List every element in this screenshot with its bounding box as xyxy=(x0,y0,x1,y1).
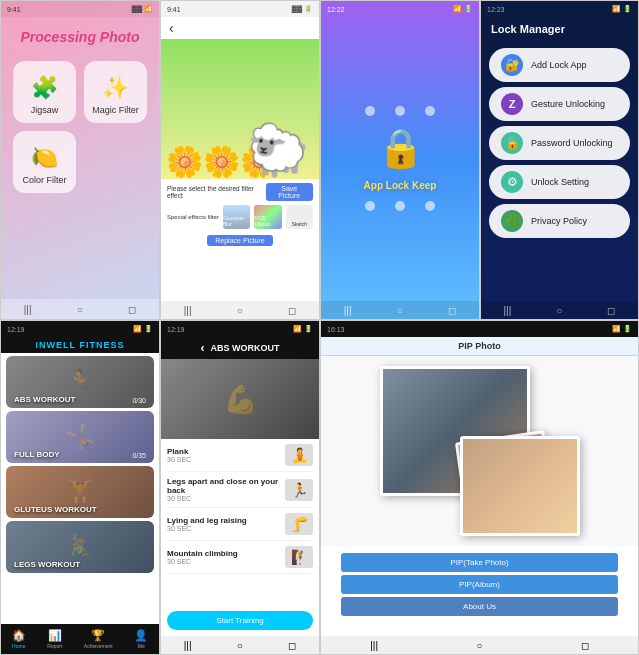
report-icon: 📊 xyxy=(48,629,62,642)
abs-workout-header: ‹ ABS WORKOUT xyxy=(161,337,319,359)
time-5: 12:19 xyxy=(7,326,25,333)
time-3: 12:22 xyxy=(327,6,345,13)
menu-privacy[interactable]: 🌿 Privacy Policy xyxy=(489,204,630,238)
nav-back-1[interactable]: ||| xyxy=(24,304,32,315)
rgb-dilation-thumb[interactable]: RGB Dilation xyxy=(254,205,281,229)
report-label: Report xyxy=(47,643,62,649)
nav-achievement-fitness[interactable]: 🏆 Achievement xyxy=(84,629,113,649)
plank-time: 30 SEC xyxy=(167,456,279,463)
menu-password[interactable]: 🔓 Password Unlocking xyxy=(489,126,630,160)
dot-3 xyxy=(425,106,435,116)
nav-recent-7[interactable]: ◻ xyxy=(581,640,589,651)
abs-title: ABS WORKOUT xyxy=(211,343,280,353)
gaussian-blur-thumb[interactable]: Gaussian Blur xyxy=(223,205,250,229)
start-training-button[interactable]: Start Training xyxy=(167,611,313,630)
nav-home-4[interactable]: ○ xyxy=(556,305,562,316)
add-lock-label: Add Lock App xyxy=(531,60,587,70)
legs-card[interactable]: 🚴 LEGS WORKOUT xyxy=(6,521,154,573)
add-lock-icon: 🔐 xyxy=(501,54,523,76)
nav-back-3[interactable]: ||| xyxy=(344,305,352,316)
magic-filter-card[interactable]: ✨ Magic Filter xyxy=(84,61,147,123)
replace-picture-button[interactable]: Replace Picture xyxy=(207,235,272,246)
nav-home-6[interactable]: ○ xyxy=(237,640,243,651)
legs-apart-time: 30 SEC xyxy=(167,495,279,502)
plank-thumb: 🧘 xyxy=(285,444,313,466)
filter-row: Special effects filter Gaussian Blur RGB… xyxy=(161,203,319,231)
plank-name: Plank xyxy=(167,447,279,456)
menu-add-lock[interactable]: 🔐 Add Lock App xyxy=(489,48,630,82)
nav-recent-1[interactable]: ◻ xyxy=(128,304,136,315)
back-arrow-2[interactable]: ‹ xyxy=(169,20,174,36)
filter-panel: Please select the desired filter effect … xyxy=(161,179,319,246)
sketch-thumb[interactable]: Sketch xyxy=(286,205,313,229)
bottom-nav-5: 🏠 Home 📊 Report 🏆 Achievement 👤 Me xyxy=(1,624,159,654)
nav-back-4[interactable]: ||| xyxy=(504,305,512,316)
dots-bottom xyxy=(365,201,435,211)
jigsaw-card[interactable]: 🧩 Jigsaw xyxy=(13,61,76,123)
dot-1 xyxy=(365,106,375,116)
full-body-card[interactable]: 🤸 FULL BODY 0/35 xyxy=(6,411,154,463)
home-icon: 🏠 xyxy=(12,629,26,642)
color-filter-card[interactable]: 🍋 Color Filter xyxy=(13,131,76,193)
lying-name: Lying and leg raising xyxy=(167,516,279,525)
nav-recent-2[interactable]: ◻ xyxy=(288,305,296,316)
time-6: 12:19 xyxy=(167,326,185,333)
signal-3: 📶 🔋 xyxy=(453,5,473,13)
privacy-icon: 🌿 xyxy=(501,210,523,232)
mountain-name: Mountain climbing xyxy=(167,549,279,558)
nav-home-7[interactable]: ○ xyxy=(476,640,482,651)
nav-bar-1: ||| ○ ◻ xyxy=(1,299,159,319)
pip-album-button[interactable]: PIP(Album) xyxy=(341,575,618,594)
exercise-legs-apart[interactable]: Legs apart and close on your back 30 SEC… xyxy=(167,472,313,508)
dot-5 xyxy=(395,201,405,211)
nav-back-6[interactable]: ||| xyxy=(184,640,192,651)
back-abs[interactable]: ‹ xyxy=(201,341,205,355)
dot-6 xyxy=(425,201,435,211)
pip-take-photo-button[interactable]: PIP(Take Photo) xyxy=(341,553,618,572)
nav-recent-6[interactable]: ◻ xyxy=(288,640,296,651)
nav-home-3[interactable]: ○ xyxy=(397,305,403,316)
processing-title: Processing Photo xyxy=(1,17,159,53)
full-label: FULL BODY xyxy=(14,450,60,459)
legs-apart-name: Legs apart and close on your back xyxy=(167,477,279,495)
glut-label: GLUTEUS WORKOUT xyxy=(14,505,97,514)
glut-card[interactable]: 🏋 GLUTEUS WORKOUT xyxy=(6,466,154,518)
exercise-lying[interactable]: Lying and leg raising 30 SEC 🦵 xyxy=(167,508,313,541)
nav-recent-4[interactable]: ◻ xyxy=(607,305,615,316)
exercise-mountain[interactable]: Mountain climbing 30 SEC 🧗 xyxy=(167,541,313,574)
nav-back-2[interactable]: ||| xyxy=(184,305,192,316)
pip-about-button[interactable]: About Us xyxy=(341,597,618,616)
lying-info: Lying and leg raising 30 SEC xyxy=(167,516,279,532)
mountain-thumb: 🧗 xyxy=(285,546,313,568)
menu-unlock-setting[interactable]: ⚙ Unlock Setting xyxy=(489,165,630,199)
nav-back-7[interactable]: ||| xyxy=(370,640,378,651)
dot-2 xyxy=(395,106,405,116)
password-label: Password Unlocking xyxy=(531,138,613,148)
signal-4: 📶 🔋 xyxy=(612,5,632,13)
nav-me-fitness[interactable]: 👤 Me xyxy=(134,629,148,649)
status-bar-4: 12:23 📶 🔋 xyxy=(481,1,638,17)
dots-top xyxy=(365,106,435,116)
pip-header: PIP Photo xyxy=(321,337,638,356)
menu-gesture[interactable]: Z Gesture Unlocking xyxy=(489,87,630,121)
legs-apart-info: Legs apart and close on your back 30 SEC xyxy=(167,477,279,502)
nav-report-fitness[interactable]: 📊 Report xyxy=(47,629,62,649)
pip-photo-area xyxy=(321,356,638,546)
time-1: 9:41 xyxy=(7,6,21,13)
signal-1: ▓▓ 📶 xyxy=(132,5,153,13)
nav-home-fitness[interactable]: 🏠 Home xyxy=(12,629,26,649)
achievement-icon: 🏆 xyxy=(91,629,105,642)
abs-workout-card[interactable]: 🏃 ABS WORKOUT 0/30 xyxy=(6,356,154,408)
abs-label: ABS WORKOUT xyxy=(14,395,75,404)
exercise-plank[interactable]: Plank 30 SEC 🧘 xyxy=(167,439,313,472)
save-picture-button[interactable]: Save Picture xyxy=(266,183,313,201)
status-bar-2: 9:41 ▓▓ 🔋 xyxy=(161,1,319,17)
me-label: Me xyxy=(138,643,145,649)
color-label: Color Filter xyxy=(22,175,66,185)
nav-home-2[interactable]: ○ xyxy=(237,305,243,316)
nav-home-1[interactable]: ○ xyxy=(77,304,83,315)
color-icon: 🍋 xyxy=(31,145,58,171)
nav-recent-3[interactable]: ◻ xyxy=(448,305,456,316)
phone-lock-manager: 12:23 📶 🔋 Lock Manager 🔐 Add Lock App Z … xyxy=(480,0,639,320)
abs-count: 0/30 xyxy=(132,397,146,404)
